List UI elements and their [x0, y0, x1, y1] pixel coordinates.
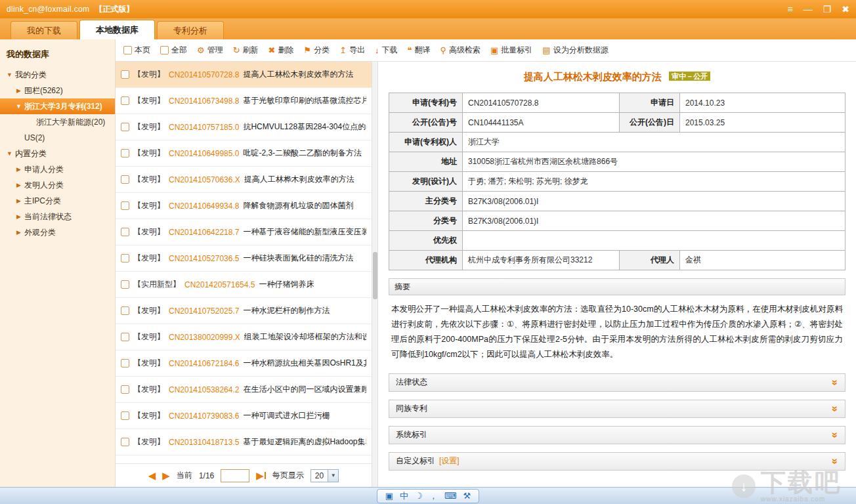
status-bar: ▣中☽，⌨⚒: [0, 487, 856, 504]
toolbar-button-tag[interactable]: ▣批量标引: [490, 45, 532, 56]
sidebar-item-2[interactable]: ▶围栏(5262): [0, 83, 115, 98]
table-row[interactable]: 【发明】CN201410752025.7一种水泥栏杆的制作方法: [116, 298, 372, 324]
sidebar-item-1[interactable]: ▼我的分类: [0, 67, 115, 83]
checkbox-icon[interactable]: [123, 46, 132, 54]
row-checkbox[interactable]: [121, 359, 129, 368]
tab-3[interactable]: 专利分析: [157, 21, 224, 39]
row-checkbox[interactable]: [121, 96, 129, 105]
sidebar-item-6[interactable]: ▼内置分类: [0, 146, 115, 161]
expand-chevron-icon[interactable]: »: [830, 406, 841, 411]
tab-2[interactable]: 本地数据库: [79, 20, 155, 39]
sidebar-item-5[interactable]: US(2): [0, 130, 115, 146]
field-value: B27K3/08(2006.01)I: [463, 211, 845, 231]
sidebar-item-11[interactable]: ▶外观分类: [0, 224, 115, 240]
sidebar-item-10[interactable]: ▶当前法律状态: [0, 209, 115, 224]
section-2[interactable]: 同族专利»: [389, 400, 845, 418]
row-checkbox[interactable]: [121, 201, 129, 210]
section-3[interactable]: 系统标引»: [389, 426, 845, 444]
table-row[interactable]: 【发明】CN201310418713.5基于最短逻辑距离的虚拟Hadoop集群: [116, 429, 372, 455]
patent-number: CN201410642218.7: [169, 228, 239, 237]
toolbar-button-translate[interactable]: ❝翻译: [408, 45, 431, 56]
sidebar-item-3[interactable]: ▼浙江大学3月专利(312): [0, 98, 115, 114]
sidebar-item-8[interactable]: ▶发明人分类: [0, 177, 115, 193]
patent-number: CN201310418713.5: [169, 438, 239, 447]
row-checkbox[interactable]: [121, 333, 129, 341]
expand-chevron-icon[interactable]: »: [830, 379, 841, 385]
table-row[interactable]: 【发明】CN201410642218.7一种基于液容储能的新型液压变压装: [116, 219, 372, 245]
table-row[interactable]: 【发明】CN201410739083.6一种可调式进水口拦污栅: [116, 403, 372, 429]
toolbar-button-search[interactable]: ⚲高级检索: [440, 45, 481, 56]
row-checkbox[interactable]: [121, 411, 129, 420]
list-scrollbar[interactable]: [372, 62, 378, 487]
sidebar-item-4[interactable]: 浙江大学新能源(20): [0, 114, 115, 130]
section-settings-link[interactable]: [设置]: [439, 455, 460, 467]
scrollbar-thumb[interactable]: [373, 252, 377, 299]
ime-lang-chinese[interactable]: 中: [400, 492, 408, 500]
row-checkbox[interactable]: [121, 123, 129, 131]
toolbar-button-gear[interactable]: ⚙管理: [197, 45, 223, 56]
minimize-icon[interactable]: —: [803, 5, 813, 14]
page-input[interactable]: [221, 469, 249, 482]
section-label: 同族专利: [396, 403, 427, 414]
toolbar-button-refresh[interactable]: ↻刷新: [233, 45, 259, 56]
row-checkbox[interactable]: [121, 149, 129, 158]
table-row[interactable]: 【发明】CN201410570636.X提高人工林桦木剥皮效率的方法: [116, 167, 372, 193]
field-label: 公开(公告)日: [620, 113, 680, 133]
section-1[interactable]: 法律状态»: [389, 373, 845, 392]
menu-icon[interactable]: ≡: [788, 5, 793, 14]
tab-1[interactable]: 我的下载: [11, 21, 77, 39]
row-checkbox[interactable]: [121, 385, 129, 394]
sidebar-item-label: 浙江大学3月专利(312): [24, 101, 102, 112]
prev-page-icon[interactable]: ◀: [148, 471, 156, 480]
ime-logo-icon[interactable]: ▣: [385, 492, 393, 500]
abstract-text: 本发明公开了一种提高人工林松木剥皮效率的方法：选取直径为10-30cm的人工林松…: [389, 295, 845, 366]
ime-halfmoon-icon[interactable]: ☽: [415, 492, 423, 500]
row-checkbox[interactable]: [121, 175, 129, 184]
toolbar-button-delete[interactable]: ✖删除: [268, 45, 294, 56]
section-label: 系统标引: [396, 429, 427, 440]
toolbar-button-classify[interactable]: ⚑分类: [303, 45, 330, 56]
patent-list-panel: 【发明】CN201410570728.8提高人工林松木剥皮效率的方法【发明】CN…: [116, 62, 372, 487]
row-checkbox[interactable]: [121, 70, 129, 79]
restore-icon[interactable]: ❐: [823, 5, 832, 14]
row-checkbox[interactable]: [121, 280, 129, 289]
toolbar-checkbox-2[interactable]: 全部: [160, 45, 187, 56]
sidebar-item-9[interactable]: ▶主IPC分类: [0, 193, 115, 209]
table-row[interactable]: 【发明】CN201380020999.X组装工地架设冷却塔框架的方法和设: [116, 324, 372, 350]
row-checkbox[interactable]: [121, 438, 129, 446]
row-checkbox[interactable]: [121, 306, 129, 315]
table-row[interactable]: 【发明】CN201410527036.5一种硅块表面氮化硅的清洗方法: [116, 245, 372, 272]
expand-chevron-icon[interactable]: »: [830, 458, 841, 464]
ime-keyboard-icon[interactable]: ⌨: [444, 492, 457, 500]
expand-chevron-icon[interactable]: »: [830, 432, 841, 438]
table-row[interactable]: 【发明】CN201410757185.0抗HCMVUL128基因284-304位…: [116, 114, 372, 140]
table-row[interactable]: 【发明】CN201410672184.6一种水稻源抗虫相关基因OsHR1及其: [116, 350, 372, 377]
patent-number: CN201410739083.6: [169, 411, 239, 421]
table-row[interactable]: 【发明】CN201410673498.8基于光敏印章印刷的纸基微流控芯片: [116, 88, 372, 114]
next-page-icon[interactable]: ▶: [162, 471, 170, 480]
toolbar-checkbox-1[interactable]: 本页: [123, 45, 150, 56]
patent-row-title: 组装工地架设冷却塔框架的方法和设: [244, 331, 366, 343]
refresh-icon: ↻: [233, 46, 240, 54]
checkbox-icon[interactable]: [160, 46, 169, 54]
go-to-page-icon[interactable]: ▶: [256, 471, 266, 480]
table-row[interactable]: 【发明】CN201410570728.8提高人工林松木剥皮效率的方法: [116, 62, 372, 88]
row-checkbox[interactable]: [121, 254, 129, 262]
table-row[interactable]: 【实用新型】CN201420571654.5一种仔猪饲养床: [116, 272, 372, 298]
toolbar-button-datasource[interactable]: ▤设为分析数据源: [542, 45, 608, 56]
row-checkbox[interactable]: [121, 228, 129, 236]
toolbar-button-export[interactable]: ↥导出: [339, 45, 365, 56]
sidebar-item-7[interactable]: ▶申请人分类: [0, 161, 115, 177]
table-row[interactable]: 【发明】CN201410649934.8降解食物源有机垃圾的固体菌剂: [116, 193, 372, 219]
close-icon[interactable]: ✖: [842, 5, 849, 14]
patent-row-title: 一种可调式进水口拦污栅: [243, 410, 330, 421]
toolbar-button-download[interactable]: ↓下载: [375, 45, 398, 56]
field-label: 发明(设计)人: [389, 172, 463, 192]
sidebar-item-label: 浙江大学新能源(20): [36, 117, 105, 128]
table-row[interactable]: 【发明】CN201410538264.2在生活小区中的同一区域内设置兼顾: [116, 377, 372, 403]
ime-punctuation-icon[interactable]: ，: [429, 492, 438, 500]
ime-toolbox-icon[interactable]: ⚒: [463, 492, 471, 500]
table-row[interactable]: 【发明】CN201410649985.0吡啶-2,3-二羧酸二乙酯的制备方法: [116, 140, 372, 167]
section-4[interactable]: 自定义标引[设置]»: [389, 452, 845, 471]
per-page-select[interactable]: 20 ▼: [310, 469, 339, 482]
